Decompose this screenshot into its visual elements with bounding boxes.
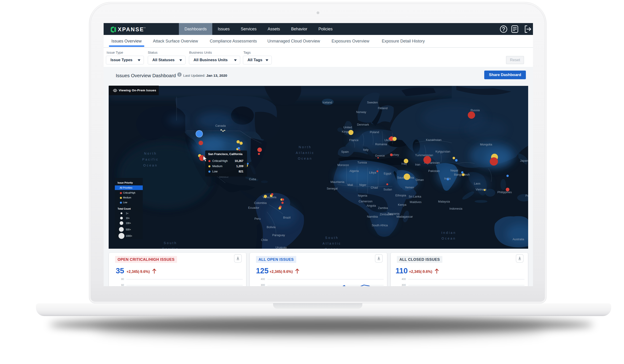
- svg-text:Canada: Canada: [215, 124, 226, 127]
- svg-text:Morocco: Morocco: [338, 163, 349, 167]
- svg-text:South: South: [325, 236, 338, 240]
- svg-text:Indonesia: Indonesia: [449, 207, 463, 210]
- svg-text:Greece: Greece: [375, 154, 385, 157]
- svg-text:South Africa: South Africa: [372, 224, 388, 227]
- svg-text:Kazakhstan: Kazakhstan: [426, 138, 442, 142]
- svg-text:France: France: [349, 138, 359, 142]
- svg-text:Ocean: Ocean: [442, 237, 456, 240]
- svg-text:Cuba: Cuba: [249, 178, 256, 181]
- svg-text:Iceland: Iceland: [322, 101, 332, 104]
- svg-text:Mongolia: Mongolia: [480, 143, 493, 146]
- svg-text:Philippines: Philippines: [497, 190, 512, 194]
- svg-text:North: North: [299, 145, 312, 149]
- svg-text:Atlantic: Atlantic: [296, 151, 314, 155]
- svg-text:Maldives: Maldives: [410, 200, 421, 204]
- svg-text:Mali: Mali: [347, 183, 353, 186]
- svg-text:Atlantic: Atlantic: [322, 242, 341, 245]
- svg-text:Uruguay: Uruguay: [275, 246, 287, 249]
- svg-text:Ocean: Ocean: [143, 163, 158, 167]
- svg-text:Peru: Peru: [254, 217, 260, 220]
- svg-text:Kyrgyzstan: Kyrgyzstan: [436, 150, 450, 153]
- svg-text:Pacific: Pacific: [162, 247, 179, 249]
- svg-text:Brazil: Brazil: [283, 216, 291, 219]
- svg-text:Japan: Japan: [520, 159, 528, 162]
- svg-text:Tunisia: Tunisia: [357, 161, 367, 164]
- svg-text:Denmark: Denmark: [357, 123, 369, 126]
- svg-text:Pa: Pa: [525, 194, 528, 197]
- svg-text:Madagascar: Madagascar: [396, 215, 413, 218]
- svg-text:Chad: Chad: [370, 186, 378, 189]
- svg-text:Pacific: Pacific: [142, 158, 159, 161]
- svg-text:Spain: Spain: [341, 150, 349, 154]
- svg-text:Ocean: Ocean: [325, 247, 339, 249]
- svg-text:Colombia: Colombia: [254, 201, 267, 205]
- svg-text:Senegal: Senegal: [327, 187, 338, 190]
- svg-text:Algeria: Algeria: [349, 169, 359, 173]
- svg-text:Oman: Oman: [416, 178, 424, 182]
- svg-text:Russia: Russia: [470, 109, 480, 112]
- svg-text:Libya: Libya: [369, 171, 376, 174]
- svg-text:Cameroon: Cameroon: [359, 200, 373, 203]
- svg-text:Pakistan: Pakistan: [428, 169, 440, 173]
- svg-text:Norway: Norway: [356, 110, 366, 114]
- svg-text:Paraguay: Paraguay: [272, 233, 285, 237]
- svg-text:Zambia: Zambia: [378, 206, 388, 210]
- svg-text:Malaysia: Malaysia: [438, 200, 450, 203]
- svg-text:Niger: Niger: [359, 183, 366, 186]
- svg-text:Poland: Poland: [370, 130, 379, 134]
- svg-text:North: North: [144, 152, 157, 155]
- svg-text:Kenya: Kenya: [398, 203, 407, 206]
- svg-text:Iran: Iran: [415, 163, 420, 166]
- svg-text:South: South: [163, 241, 177, 245]
- svg-text:Nepal: Nepal: [450, 169, 458, 172]
- svg-text:Turkmenistan: Turkmenistan: [415, 154, 433, 157]
- svg-text:Nigeria: Nigeria: [358, 194, 367, 197]
- svg-text:Finland: Finland: [378, 106, 388, 110]
- svg-text:Australia: Australia: [513, 237, 524, 241]
- svg-text:Mauritania: Mauritania: [331, 180, 344, 183]
- svg-text:Namibia: Namibia: [367, 215, 378, 218]
- svg-text:Ocean: Ocean: [298, 157, 312, 160]
- svg-text:United: United: [343, 126, 352, 129]
- svg-text:Ethiopia: Ethiopia: [395, 194, 407, 197]
- svg-text:Romania: Romania: [375, 142, 387, 146]
- svg-text:Yemen: Yemen: [405, 186, 414, 189]
- svg-text:Bolivia: Bolivia: [267, 225, 276, 229]
- svg-text:Sweden: Sweden: [367, 101, 378, 104]
- svg-text:Egypt: Egypt: [384, 172, 391, 175]
- svg-text:Laos: Laos: [474, 182, 481, 185]
- svg-text:Sudan: Sudan: [383, 188, 392, 191]
- svg-text:Zimbabwe: Zimbabwe: [380, 213, 393, 216]
- svg-text:Ecuador: Ecuador: [248, 206, 260, 209]
- svg-text:Chile: Chile: [261, 238, 268, 242]
- svg-text:Sri Lanka: Sri Lanka: [409, 195, 421, 198]
- svg-text:Italy: Italy: [363, 148, 368, 151]
- svg-text:Indian: Indian: [441, 231, 456, 234]
- svg-text:Angola: Angola: [367, 204, 376, 207]
